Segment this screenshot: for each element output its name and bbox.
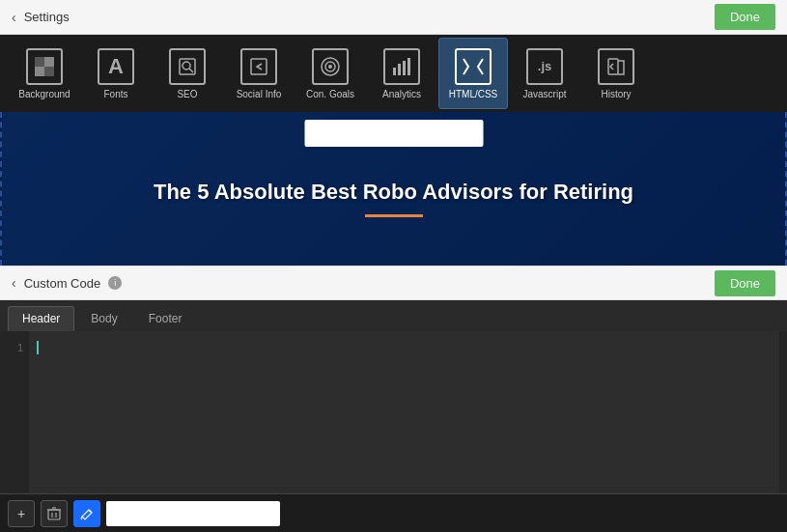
settings-title: Settings xyxy=(24,10,70,24)
toolbar: Background A Fonts SEO xyxy=(0,35,787,112)
custom-code-back-arrow[interactable]: ‹ xyxy=(12,275,16,291)
svg-rect-14 xyxy=(408,58,410,75)
seo-icon xyxy=(169,48,206,85)
social-info-label: Social Info xyxy=(237,89,282,99)
preview-area: The 5 Absolute Best Robo Advisors for Re… xyxy=(0,112,787,266)
svg-rect-7 xyxy=(251,59,267,74)
cursor xyxy=(37,341,39,354)
svg-rect-3 xyxy=(44,67,54,76)
code-tabs: Header Body Footer xyxy=(0,300,787,331)
toolbar-item-seo[interactable]: SEO xyxy=(153,38,222,109)
info-icon[interactable]: i xyxy=(108,276,122,290)
toolbar-item-analytics[interactable]: Analytics xyxy=(367,38,436,109)
settings-header: ‹ Settings Done xyxy=(0,0,787,35)
custom-code-left: ‹ Custom Code i xyxy=(12,275,122,291)
con-goals-label: Con. Goals xyxy=(306,89,354,99)
svg-line-22 xyxy=(81,517,82,519)
history-icon xyxy=(598,48,634,85)
preview-title: The 5 Absolute Best Robo Advisors for Re… xyxy=(154,180,633,205)
bottom-section: ‹ Custom Code i Done Header Body Footer … xyxy=(0,266,787,532)
code-content[interactable] xyxy=(29,331,779,493)
code-editor[interactable]: 1 xyxy=(0,331,787,493)
edit-button[interactable] xyxy=(73,500,100,527)
preview-divider xyxy=(365,214,423,217)
toolbar-item-history[interactable]: History xyxy=(581,38,651,109)
svg-rect-2 xyxy=(35,67,44,76)
html-css-label: HTML/CSS xyxy=(449,89,498,99)
tab-body[interactable]: Body xyxy=(76,306,131,331)
background-label: Background xyxy=(18,89,70,99)
fonts-icon: A xyxy=(98,48,134,85)
background-icon xyxy=(26,48,63,85)
svg-rect-12 xyxy=(398,64,401,75)
cursor-line xyxy=(37,339,772,356)
con-goals-icon xyxy=(312,48,349,85)
settings-done-button[interactable]: Done xyxy=(715,4,775,30)
add-button[interactable]: + xyxy=(8,500,35,527)
toolbar-item-html-css[interactable]: HTML/CSS xyxy=(438,38,508,109)
custom-code-done-button[interactable]: Done xyxy=(715,270,775,296)
history-label: History xyxy=(601,89,631,99)
svg-rect-16 xyxy=(48,510,60,519)
toolbar-item-javascript[interactable]: .js Javascript xyxy=(510,38,579,109)
javascript-icon: .js xyxy=(526,48,563,85)
svg-rect-11 xyxy=(393,68,396,75)
settings-back-arrow[interactable]: ‹ xyxy=(12,10,16,25)
tab-footer[interactable]: Footer xyxy=(134,306,197,331)
custom-code-header: ‹ Custom Code i Done xyxy=(0,266,787,300)
delete-button[interactable] xyxy=(41,500,68,527)
custom-code-title: Custom Code xyxy=(24,276,100,291)
html-css-icon xyxy=(455,48,492,85)
preview-input-bar[interactable] xyxy=(304,120,483,147)
toolbar-item-fonts[interactable]: A Fonts xyxy=(81,38,151,109)
seo-label: SEO xyxy=(177,89,197,99)
svg-line-6 xyxy=(189,69,193,72)
settings-header-left: ‹ Settings xyxy=(12,10,70,25)
svg-point-10 xyxy=(328,65,332,69)
javascript-label: Javascript xyxy=(522,89,566,99)
analytics-icon xyxy=(383,48,420,85)
bottom-code-input[interactable] xyxy=(106,501,280,526)
fonts-label: Fonts xyxy=(103,89,127,99)
line-number-1: 1 xyxy=(17,339,23,356)
svg-rect-1 xyxy=(44,57,54,67)
toolbar-item-background[interactable]: Background xyxy=(10,38,79,109)
toolbar-item-social-info[interactable]: Social Info xyxy=(224,38,294,109)
toolbar-item-con-goals[interactable]: Con. Goals xyxy=(295,38,365,109)
tab-header[interactable]: Header xyxy=(8,306,74,331)
bottom-toolbar: + xyxy=(0,493,787,532)
svg-point-5 xyxy=(183,62,190,70)
scrollbar-track[interactable] xyxy=(779,331,787,493)
top-section: ‹ Settings Done Background A Fonts xyxy=(0,0,787,266)
line-numbers: 1 xyxy=(0,331,29,493)
social-info-icon xyxy=(240,48,277,85)
analytics-label: Analytics xyxy=(382,89,421,99)
svg-rect-0 xyxy=(35,57,44,67)
svg-rect-13 xyxy=(403,61,406,75)
svg-line-21 xyxy=(89,510,92,513)
